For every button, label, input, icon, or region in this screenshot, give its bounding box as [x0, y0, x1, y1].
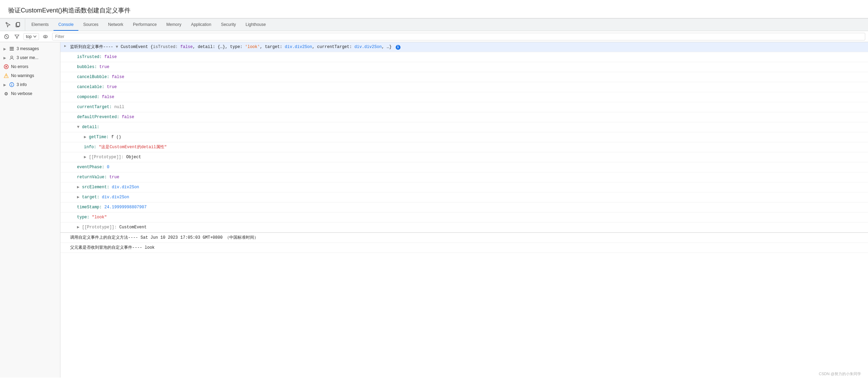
expand-arrow-messages: ▶ — [3, 47, 6, 51]
line-gutter-1: ▶ — [60, 43, 70, 48]
prop-prototype-customevent: ▶ [[Prototype]]: CustomEvent — [60, 222, 868, 232]
main-area: ▶ 3 messages ▶ 3 — [0, 42, 868, 378]
prop-type: type: "look" — [60, 212, 868, 222]
svg-rect-2 — [17, 22, 20, 26]
prop-cancelable: cancelable: true — [60, 82, 868, 92]
svg-line-5 — [6, 36, 8, 38]
sidebar-item-user-messages[interactable]: ▶ 3 user me... — [0, 53, 60, 62]
log-line-2: 调用自定义事件上的自定义方法---- Sat Jun 10 2023 17:05… — [70, 235, 258, 240]
main-log-content: 监听到自定义事件---- ▼ CustomEvent {isTrusted: f… — [70, 43, 868, 51]
sidebar-item-warnings[interactable]: No warnings — [0, 71, 60, 80]
sidebar-item-info[interactable]: ▶ 3 info — [0, 80, 60, 89]
filter-button[interactable] — [13, 33, 21, 40]
tab-bar-icons — [1, 19, 25, 31]
svg-point-7 — [44, 35, 48, 38]
tab-lighthouse[interactable]: Lighthouse — [241, 19, 271, 31]
prop-detail-info: info: "这是CustomEvent的detail属性" — [60, 142, 868, 152]
page-title-text: 验证CustomEvent()构造函数创建自定义事件 — [8, 7, 131, 14]
sidebar-errors-label: No errors — [11, 64, 28, 69]
svg-point-8 — [45, 36, 46, 37]
svg-point-12 — [11, 56, 13, 58]
log-line-3: 父元素是否收到冒泡的自定义事件---- look — [70, 245, 155, 250]
prop-composed: composed: false — [60, 92, 868, 102]
expand-arrow-user-messages: ▶ — [3, 56, 6, 60]
console-line-3: 父元素是否收到冒泡的自定义事件---- look — [60, 243, 868, 253]
console-main-line: ▶ 监听到自定义事件---- ▼ CustomEvent {isTrusted:… — [60, 42, 868, 52]
tab-console[interactable]: Console — [54, 19, 78, 31]
sidebar-messages-label: 3 messages — [17, 46, 39, 51]
chevron-down-icon — [33, 35, 37, 38]
tab-performance[interactable]: Performance — [128, 19, 162, 31]
tabs-list: Elements Console Sources Network Perform… — [25, 19, 271, 31]
svg-rect-9 — [10, 47, 14, 48]
clear-console-button[interactable] — [3, 33, 10, 40]
svg-marker-6 — [15, 35, 19, 38]
warning-icon — [3, 73, 9, 78]
svg-point-21 — [11, 83, 12, 84]
console-toolbar: top — [0, 31, 868, 42]
svg-rect-10 — [10, 48, 14, 49]
svg-rect-11 — [10, 50, 14, 50]
prop-target: ▶ target: div.div2Son — [60, 192, 868, 202]
sidebar-warnings-label: No warnings — [11, 73, 34, 78]
user-icon — [9, 55, 15, 60]
tab-network[interactable]: Network — [103, 19, 128, 31]
info-icon — [9, 82, 15, 87]
info-badge: i — [396, 45, 401, 50]
error-icon — [3, 64, 9, 69]
sidebar-item-messages[interactable]: ▶ 3 messages — [0, 44, 60, 53]
sidebar-item-errors[interactable]: No errors — [0, 62, 60, 71]
eye-button[interactable] — [42, 33, 49, 40]
filter-input[interactable] — [52, 33, 865, 40]
prop-returnvalue: returnValue: true — [60, 172, 868, 182]
tab-security[interactable]: Security — [216, 19, 241, 31]
sidebar-info-label: 3 info — [17, 82, 27, 87]
page-title: 验证CustomEvent()构造函数创建自定义事件 — [0, 0, 868, 18]
sidebar-user-messages-label: 3 user me... — [17, 55, 38, 60]
main-line-prefix: 监听到自定义事件---- — [70, 45, 116, 49]
prop-detail-prototype: ▶ [[Prototype]]: Object — [60, 152, 868, 162]
list-icon — [9, 46, 15, 51]
prop-bubbles: bubbles: true — [60, 62, 868, 72]
expand-arrow-main[interactable]: ▶ — [64, 44, 66, 48]
watermark: CSDN @努力的小朱同学 — [819, 371, 861, 377]
verbose-icon: ⚙ — [3, 91, 9, 96]
prop-istrusted: isTrusted: false — [60, 52, 868, 62]
expand-arrow-info: ▶ — [3, 83, 6, 87]
console-line-2: 调用自定义事件上的自定义方法---- Sat Jun 10 2023 17:05… — [60, 232, 868, 243]
console-output: ▶ 监听到自定义事件---- ▼ CustomEvent {isTrusted:… — [60, 42, 868, 378]
svg-point-18 — [6, 77, 6, 77]
prop-srcelement: ▶ srcElement: div.div2Son — [60, 182, 868, 192]
prop-currenttarget: currentTarget: null — [60, 102, 868, 112]
devtools-panel: Elements Console Sources Network Perform… — [0, 18, 868, 378]
prop-eventphase: eventPhase: 0 — [60, 162, 868, 172]
tab-bar: Elements Console Sources Network Perform… — [0, 19, 868, 31]
context-selector[interactable]: top — [23, 33, 39, 40]
sidebar-item-verbose[interactable]: ⚙ No verbose — [0, 89, 60, 98]
sidebar-verbose-label: No verbose — [11, 91, 32, 96]
tab-elements[interactable]: Elements — [27, 19, 54, 31]
tab-sources[interactable]: Sources — [78, 19, 103, 31]
tab-memory[interactable]: Memory — [162, 19, 186, 31]
prop-timestamp: timeStamp: 24.19999998807907 — [60, 202, 868, 212]
prop-detail-gettime: ▶ getTime: f () — [60, 132, 868, 142]
device-toolbar-icon[interactable] — [14, 21, 22, 29]
prop-detail-header: ▼ detail: — [60, 122, 868, 132]
sidebar: ▶ 3 messages ▶ 3 — [0, 42, 60, 378]
prop-defaultprevented: defaultPrevented: false — [60, 112, 868, 122]
inspect-element-icon[interactable] — [4, 21, 12, 29]
context-selector-label: top — [26, 34, 32, 39]
tab-application[interactable]: Application — [186, 19, 216, 31]
prop-cancelbubble: cancelBubble: false — [60, 72, 868, 82]
